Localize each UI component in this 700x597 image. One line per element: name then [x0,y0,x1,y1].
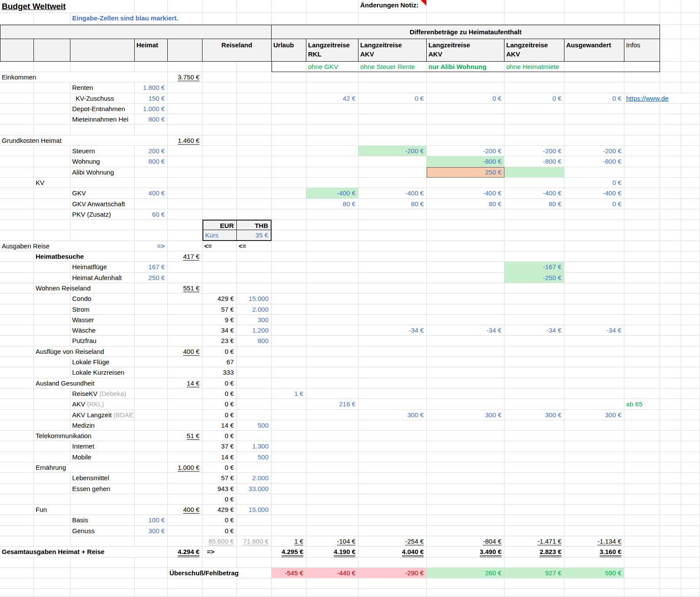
cell[interactable]: Ausflüge von Reiseland [34,346,135,357]
cell[interactable] [34,473,70,483]
cell[interactable] [272,515,306,525]
cell[interactable] [624,494,660,505]
cell[interactable] [681,135,700,146]
cell[interactable]: PKV (Zusatz) [70,209,135,220]
cell[interactable] [0,156,34,167]
cell[interactable] [358,420,427,431]
cell[interactable] [168,93,202,104]
cell[interactable] [237,262,272,272]
cell[interactable] [427,104,504,114]
cell[interactable] [624,283,660,294]
cell[interactable] [427,336,504,346]
cell[interactable] [202,72,237,82]
cell[interactable]: 4.190 € [306,547,358,557]
cell[interactable] [306,82,358,93]
cell[interactable] [358,156,427,167]
cell[interactable] [168,473,202,483]
cell[interactable] [202,13,237,25]
cell[interactable] [34,484,70,494]
cell[interactable] [564,578,624,589]
kurs-value[interactable]: 35 € [237,230,272,241]
cell[interactable] [660,526,681,536]
cell[interactable] [427,230,504,241]
cell[interactable] [272,230,306,241]
cell[interactable]: GKV Anwartschaft [70,199,135,209]
cell[interactable] [681,156,700,167]
cell[interactable] [306,114,358,125]
cell[interactable] [272,452,306,462]
cell[interactable] [237,378,272,389]
cell[interactable]: 943 € [202,484,237,494]
cell[interactable]: 3.490 € [427,547,504,557]
cell[interactable] [660,462,681,473]
cell[interactable] [272,188,306,198]
info-ab-65[interactable]: ab 65 [624,399,660,409]
cell[interactable] [358,378,427,389]
cell[interactable] [427,484,504,494]
cell[interactable] [306,526,358,536]
cell[interactable] [34,188,70,198]
cell[interactable] [168,209,202,220]
cell[interactable] [660,399,681,409]
cell[interactable]: 2.823 € [504,547,564,557]
cell[interactable] [624,389,660,399]
cell[interactable] [34,526,70,536]
cell[interactable] [135,578,168,589]
cell[interactable]: -800 € [564,156,624,167]
cell[interactable] [168,589,202,597]
cell[interactable] [34,557,70,568]
cell[interactable]: -290 € [358,568,427,578]
cell[interactable] [624,378,660,389]
cell[interactable] [202,0,237,13]
cell[interactable] [306,410,358,420]
cell[interactable]: 0 € [564,178,624,188]
cell[interactable]: 167 € [135,262,168,272]
kv-zuschuss-link[interactable]: https://www.de [624,93,700,104]
cell[interactable] [681,389,700,399]
cell[interactable] [358,589,427,597]
cell[interactable] [272,167,306,178]
cell[interactable] [34,315,70,325]
cell[interactable] [272,125,306,135]
cell[interactable] [504,251,564,262]
cell[interactable] [681,39,700,62]
cell[interactable] [202,273,237,283]
cell[interactable] [660,167,681,178]
cell[interactable] [427,178,504,188]
cell[interactable] [427,135,504,146]
cell[interactable] [624,135,660,146]
cell[interactable] [0,494,34,505]
cell[interactable] [660,389,681,399]
cell[interactable] [272,367,306,378]
cell[interactable] [237,589,272,597]
cell[interactable] [34,167,70,178]
cell[interactable] [135,431,168,441]
cell[interactable] [168,536,202,547]
selected-cell-alibi-wohnung[interactable]: 250 € [427,167,504,178]
cell[interactable] [272,114,306,125]
cell[interactable] [70,230,135,241]
cell[interactable] [70,494,135,505]
cell[interactable] [34,399,70,409]
cell[interactable] [624,346,660,357]
cell[interactable] [0,39,34,62]
cell[interactable] [34,93,70,104]
cell[interactable] [237,82,272,93]
cell[interactable] [306,462,358,473]
cell[interactable] [358,251,427,262]
cell[interactable]: 400 € [168,346,202,357]
cell[interactable]: 0 € [202,494,237,505]
cell[interactable] [681,420,700,431]
cell[interactable] [34,230,70,241]
cell[interactable] [135,283,168,294]
cell[interactable] [168,494,202,505]
cell[interactable]: 80 € [358,199,427,209]
cell[interactable] [272,484,306,494]
cell[interactable] [660,441,681,452]
cell[interactable] [168,557,202,568]
cell[interactable] [660,336,681,346]
cell[interactable] [34,262,70,272]
cell[interactable] [624,505,660,515]
cell[interactable] [427,72,504,82]
cell[interactable] [504,462,564,473]
